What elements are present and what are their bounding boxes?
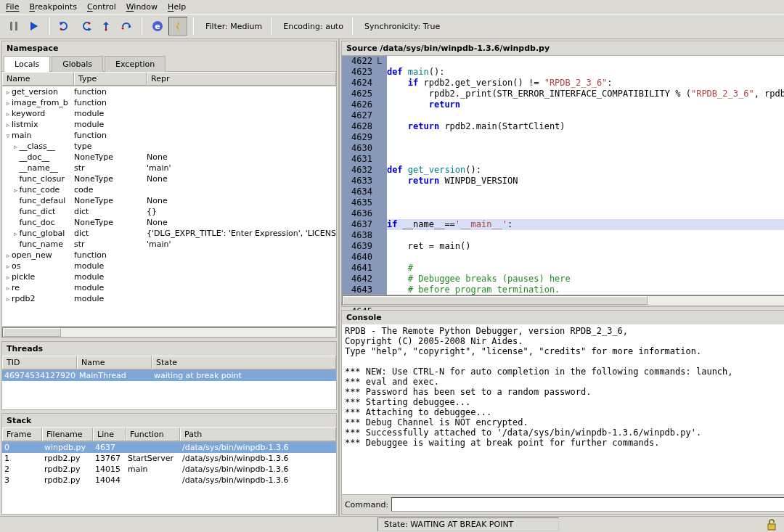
namespace-row[interactable]: ▹open_newfunction xyxy=(2,250,336,261)
step-out-button[interactable] xyxy=(97,17,115,36)
col-file[interactable]: Filename xyxy=(42,427,93,441)
svg-point-4 xyxy=(60,28,62,30)
col-repr[interactable]: Repr xyxy=(147,72,336,86)
menu-file[interactable]: File xyxy=(6,2,19,12)
separator xyxy=(352,17,353,35)
threads-header: TID Name State xyxy=(2,356,336,370)
namespace-row[interactable]: func_closurNoneTypeNone xyxy=(2,173,336,184)
source-hscroll[interactable] xyxy=(342,295,784,306)
col-tid[interactable]: TID xyxy=(2,356,77,369)
filter-label[interactable]: Filter: Medium xyxy=(205,22,265,31)
namespace-row[interactable]: func_dictdict{} xyxy=(2,206,336,217)
namespace-row[interactable]: ▹listmixmodule xyxy=(2,119,336,130)
namespace-row[interactable]: ▹func_codecode xyxy=(2,184,336,195)
namespace-row[interactable]: ▹image_from_bfunction xyxy=(2,97,336,108)
command-input[interactable] xyxy=(391,497,784,512)
separator xyxy=(49,17,50,35)
threads-table[interactable]: 46974534127920MainThreadwaiting at break… xyxy=(2,370,336,409)
threads-panel: Threads TID Name State 46974534127920Mai… xyxy=(1,341,337,410)
stack-table[interactable]: 0winpdb.py4637/data/sys/bin/winpdb-1.3.6… xyxy=(2,442,336,514)
source-panel: Source /data/sys/bin/winpdb-1.3.6/winpdb… xyxy=(341,41,784,307)
tab-exception[interactable]: Exception xyxy=(105,56,166,72)
state-field: State: WAITING AT BREAK POINT xyxy=(377,517,559,531)
separator xyxy=(271,17,271,35)
source-marker: L xyxy=(377,56,387,295)
step-next-button[interactable] xyxy=(56,17,75,36)
namespace-header: Name Type Repr xyxy=(2,72,336,86)
col-name[interactable]: Name xyxy=(2,72,74,86)
stack-row[interactable]: 2rpdb2.py14015main/data/sys/bin/winpdb-1… xyxy=(2,464,336,475)
namespace-row[interactable]: ▹osmodule xyxy=(2,261,336,271)
namespace-title: Namespace xyxy=(2,41,336,55)
source-gutter: 4622 4623 4624 4625 4626 4627 4628 4629 … xyxy=(342,56,377,295)
col-tname[interactable]: Name xyxy=(77,356,152,369)
separator xyxy=(142,17,142,35)
svg-marker-5 xyxy=(88,28,91,31)
menu-window[interactable]: Window xyxy=(126,2,158,12)
namespace-row[interactable]: ▹get_versionfunction xyxy=(2,86,336,97)
source-code[interactable]: def main(): if rpdb2.get_version() != "R… xyxy=(387,56,784,295)
namespace-row[interactable]: func_namestr'main' xyxy=(2,239,336,250)
step-into-button[interactable] xyxy=(76,17,95,36)
exception-button[interactable]: e xyxy=(148,17,167,36)
namespace-row[interactable]: ▹picklemodule xyxy=(2,271,336,282)
namespace-row[interactable]: ▹func_globaldict{'DLG_EXPR_TITLE': 'Ente… xyxy=(2,228,336,239)
namespace-hscroll[interactable] xyxy=(2,326,336,337)
lock-icon[interactable] xyxy=(765,519,778,531)
svg-rect-14 xyxy=(768,524,775,530)
console-title: Console xyxy=(342,311,784,324)
menu-breakpoints[interactable]: Breakpoints xyxy=(29,2,77,12)
col-path[interactable]: Path xyxy=(180,427,336,441)
svg-marker-13 xyxy=(176,21,179,31)
encoding-label[interactable]: Encoding: auto xyxy=(283,22,346,31)
pause-button[interactable] xyxy=(4,17,23,36)
stack-row[interactable]: 0winpdb.py4637/data/sys/bin/winpdb-1.3.6 xyxy=(2,442,336,453)
svg-marker-2 xyxy=(30,22,38,30)
stack-header: Frame Filename Line Function Path xyxy=(2,427,336,442)
namespace-tabs: Locals Globals Exception xyxy=(2,55,336,72)
col-tstate[interactable]: State xyxy=(152,356,336,369)
namespace-row[interactable]: ▹__class__type xyxy=(2,141,336,152)
svg-rect-1 xyxy=(15,22,17,30)
namespace-table[interactable]: ▹get_versionfunction▹image_from_bfunctio… xyxy=(2,86,336,326)
namespace-row[interactable]: ▹keywordmodule xyxy=(2,108,336,119)
col-line[interactable]: Line xyxy=(93,427,126,441)
console-panel: Console RPDB - The Remote Python Debugge… xyxy=(341,310,784,515)
namespace-row[interactable]: func_defaulNoneTypeNone xyxy=(2,195,336,206)
source-title: Source /data/sys/bin/winpdb-1.3.6/winpdb… xyxy=(342,41,784,55)
analyze-button[interactable] xyxy=(168,17,187,36)
sync-label[interactable]: Synchronicity: True xyxy=(364,22,443,31)
source-view[interactable]: 4622 4623 4624 4625 4626 4627 4628 4629 … xyxy=(342,55,784,295)
namespace-row[interactable]: ▹remodule xyxy=(2,282,336,293)
command-row: Command: xyxy=(342,494,784,514)
step-return-button[interactable] xyxy=(117,17,136,36)
menubar: File Breakpoints Control Window Help xyxy=(0,0,784,14)
run-button[interactable] xyxy=(25,17,44,36)
svg-point-8 xyxy=(105,29,107,31)
menu-help[interactable]: Help xyxy=(168,2,186,12)
menu-control[interactable]: Control xyxy=(87,2,116,12)
col-type[interactable]: Type xyxy=(74,72,147,86)
thread-row[interactable]: 46974534127920MainThreadwaiting at break… xyxy=(2,370,336,381)
statusbar: State: WAITING AT BREAK POINT xyxy=(0,516,784,532)
namespace-panel: Namespace Locals Globals Exception Name … xyxy=(1,41,337,338)
col-frame[interactable]: Frame xyxy=(2,427,42,441)
namespace-row[interactable]: __name__str'main' xyxy=(2,163,336,173)
namespace-row[interactable]: ▿mainfunction xyxy=(2,130,336,141)
stack-row[interactable]: 1rpdb2.py13767StartServer/data/sys/bin/w… xyxy=(2,453,336,464)
stack-title: Stack xyxy=(2,414,336,427)
namespace-row[interactable]: func_docNoneTypeNone xyxy=(2,217,336,228)
col-func[interactable]: Function xyxy=(126,427,180,441)
console-output[interactable]: RPDB - The Remote Python Debugger, versi… xyxy=(342,324,784,494)
tab-globals[interactable]: Globals xyxy=(52,56,103,72)
svg-rect-0 xyxy=(10,22,12,30)
tab-locals[interactable]: Locals xyxy=(4,56,50,72)
svg-point-6 xyxy=(89,22,91,25)
namespace-row[interactable]: ▹rpdb2module xyxy=(2,293,336,304)
svg-text:e: e xyxy=(155,22,160,31)
separator xyxy=(193,17,194,35)
namespace-row[interactable]: __doc__NoneTypeNone xyxy=(2,152,336,163)
stack-row[interactable]: 3rpdb2.py14044/data/sys/bin/winpdb-1.3.6 xyxy=(2,475,336,486)
stack-panel: Stack Frame Filename Line Function Path … xyxy=(1,413,337,515)
command-label: Command: xyxy=(345,500,388,510)
